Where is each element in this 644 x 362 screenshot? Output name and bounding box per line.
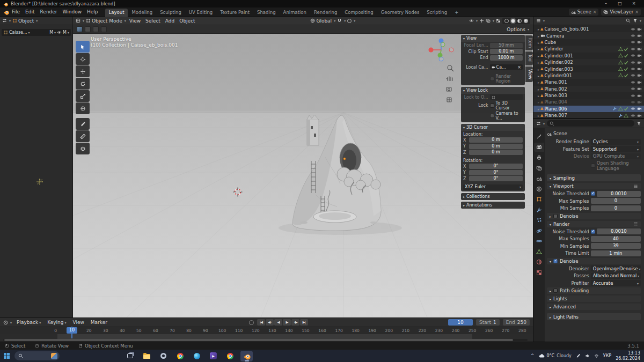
menu-edit[interactable]: Edit xyxy=(23,8,37,17)
rotation-mode-dropdown[interactable]: XYZ Euler xyxy=(463,184,523,190)
scene-selector[interactable]: Scene × xyxy=(569,9,599,16)
vp-denoise-subpanel-header[interactable]: Denoise xyxy=(547,213,641,219)
advanced-subpanel-header[interactable]: Advanced xyxy=(547,304,641,310)
tab-render[interactable] xyxy=(534,143,544,152)
local-camera-field[interactable]: Ca... × xyxy=(490,64,523,70)
tab-particles[interactable] xyxy=(534,216,544,225)
feature-set-dropdown[interactable]: Supported xyxy=(591,146,641,152)
presets-icon[interactable] xyxy=(633,221,638,226)
chrome-button[interactable] xyxy=(174,351,186,361)
workspace-tab-modeling[interactable]: Modeling xyxy=(128,9,156,17)
timeline-editor-type-button[interactable] xyxy=(3,320,12,325)
disable-render-toggle[interactable] xyxy=(637,80,642,85)
viewlayer-remove-button[interactable]: × xyxy=(635,10,639,14)
tab-material[interactable] xyxy=(534,257,544,267)
tool-option-icon-3[interactable] xyxy=(101,26,107,32)
disable-render-toggle[interactable] xyxy=(637,27,642,32)
tab-physics[interactable] xyxy=(534,226,544,235)
tool-select-box[interactable] xyxy=(76,41,90,53)
menu-help[interactable]: Help xyxy=(84,8,101,17)
taskbar-search[interactable] xyxy=(14,351,60,360)
hide-viewport-toggle[interactable] xyxy=(631,100,635,105)
denoise-subpanel-header[interactable]: Denoise xyxy=(547,258,641,264)
marker-menu[interactable]: Marker xyxy=(89,320,109,325)
outliner-row[interactable]: ▲Cylinder.003 xyxy=(533,65,644,72)
playhead[interactable]: 10 xyxy=(67,327,77,334)
options-dropdown[interactable]: Options xyxy=(507,27,529,32)
timeline-track-area[interactable] xyxy=(0,334,533,342)
cursor-3d-header[interactable]: 3D Cursor xyxy=(461,124,525,131)
hide-viewport-toggle[interactable] xyxy=(631,60,635,65)
disable-render-toggle[interactable] xyxy=(637,100,642,105)
vp-min-samples-field[interactable]: 0 xyxy=(591,205,641,211)
snap-toggle[interactable] xyxy=(337,18,346,23)
tab-view-layer[interactable] xyxy=(534,164,544,173)
collections-header[interactable]: Collections xyxy=(461,193,525,200)
solid-shading-button[interactable] xyxy=(511,19,515,23)
tool-transform[interactable] xyxy=(76,102,90,114)
clip-end-field[interactable]: 1000 m xyxy=(490,55,523,61)
filter-button[interactable] xyxy=(633,18,641,23)
cursor-location-field[interactable]: 0 m xyxy=(469,150,523,155)
viewport-menu-add[interactable]: Add xyxy=(164,18,176,24)
tab-object-data[interactable] xyxy=(534,247,544,256)
menu-file[interactable]: File xyxy=(9,8,23,17)
light-paths-section-header[interactable]: Light Paths xyxy=(547,313,641,320)
clear-camera-button[interactable]: × xyxy=(517,65,521,70)
current-frame-field[interactable]: 10 xyxy=(448,319,473,326)
tool-option-icon-1[interactable] xyxy=(85,26,91,32)
workspace-tab-shading[interactable]: Shading xyxy=(253,9,280,17)
sidebar-tab-item[interactable]: Item xyxy=(525,35,533,50)
menu-window[interactable]: Window xyxy=(60,8,85,17)
disable-render-toggle[interactable] xyxy=(637,67,642,71)
search-icon[interactable] xyxy=(626,18,631,23)
render-region-checkbox[interactable] xyxy=(490,77,494,81)
camera-to-view-checkbox[interactable] xyxy=(490,114,494,118)
r-noise-checkbox[interactable] xyxy=(591,230,595,234)
presets-icon[interactable] xyxy=(633,184,638,189)
workspace-tab-layout[interactable]: Layout xyxy=(105,9,128,17)
slot-badge-b[interactable]: M xyxy=(63,30,69,35)
browser-button[interactable] xyxy=(224,351,236,361)
start-button[interactable] xyxy=(4,353,10,359)
focal-length-field[interactable]: 50 mm xyxy=(490,43,523,48)
minimize-button[interactable]: – xyxy=(599,0,613,8)
hide-viewport-toggle[interactable] xyxy=(631,27,635,32)
tab-modifiers[interactable] xyxy=(534,205,544,215)
hide-viewport-toggle[interactable] xyxy=(631,67,635,71)
frame-end-field[interactable]: End250 xyxy=(503,319,530,326)
time-limit-field[interactable]: 1 min xyxy=(591,250,641,256)
proportional-edit-toggle[interactable] xyxy=(347,19,355,23)
hide-viewport-toggle[interactable] xyxy=(631,86,635,91)
transport-button[interactable]: ◀ xyxy=(274,319,282,326)
gizmos-toggle[interactable] xyxy=(479,18,484,23)
cursor-location-field[interactable]: 0 m xyxy=(469,144,523,149)
r-max-samples-field[interactable]: 40 xyxy=(591,236,641,242)
add-workspace-button[interactable]: + xyxy=(451,9,462,17)
datablock-selector[interactable]: Caisse... M M xyxy=(2,29,71,36)
tool-rotate[interactable] xyxy=(76,78,90,90)
eye-icon[interactable] xyxy=(57,30,62,35)
tab-tool[interactable] xyxy=(534,132,544,141)
hide-viewport-toggle[interactable] xyxy=(631,47,635,51)
path-guiding-checkbox[interactable] xyxy=(553,289,558,293)
material-shading-button[interactable] xyxy=(517,19,522,23)
lock-to-object-field[interactable] xyxy=(490,94,523,100)
properties-search-input[interactable] xyxy=(547,120,634,127)
transport-button[interactable]: •▶ xyxy=(291,319,299,326)
render-subpanel-header[interactable]: Render xyxy=(547,221,641,227)
tab-object[interactable] xyxy=(534,195,544,204)
editor-type-button[interactable] xyxy=(2,18,11,23)
denoise-checkbox[interactable] xyxy=(553,259,558,263)
disable-render-toggle[interactable] xyxy=(637,113,642,118)
outliner-row[interactable]: ▲Cylinder.001 xyxy=(533,53,644,59)
viewport-editor-type-button[interactable] xyxy=(76,18,84,23)
media-player-button[interactable] xyxy=(207,351,219,361)
outliner-row[interactable]: ▲Plane.002 xyxy=(533,86,644,92)
outliner-row[interactable]: ▲Cylinder.002 xyxy=(533,59,644,65)
workspace-tab-animation[interactable]: Animation xyxy=(280,9,310,17)
tool-measure[interactable] xyxy=(76,130,90,142)
tool-scale[interactable] xyxy=(76,90,90,102)
tool-move[interactable] xyxy=(76,65,90,77)
outliner-row-selected[interactable]: ▲Plane.006 xyxy=(533,106,644,112)
